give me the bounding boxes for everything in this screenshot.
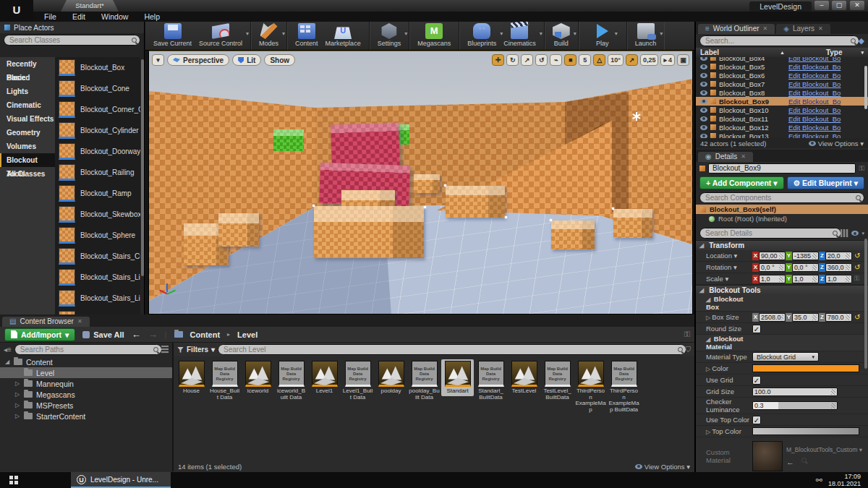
search-classes-input[interactable] xyxy=(4,35,140,46)
menu-window[interactable]: Window xyxy=(95,12,135,21)
eye-icon[interactable] xyxy=(700,73,707,78)
blueprints-button[interactable]: Blueprints▾ xyxy=(464,22,500,50)
menu-help[interactable]: Help xyxy=(137,12,166,21)
maximize-button[interactable]: ▢ xyxy=(832,1,846,10)
location-z-field[interactable]: 20,0 xyxy=(825,252,852,260)
grid-snap-button[interactable]: ■ xyxy=(564,54,576,66)
list-item[interactable]: Blockout_Stairs_Curv xyxy=(55,246,140,267)
list-item[interactable]: Blockout_Railing xyxy=(55,162,140,183)
forward-arrow-icon[interactable]: → xyxy=(148,329,158,340)
eye-icon[interactable] xyxy=(700,125,707,130)
chevron-down-icon[interactable]: ▾ xyxy=(574,30,576,37)
outliner-row[interactable]: Blockout_Box9 Edit Blockout_Bo xyxy=(696,97,868,106)
scale-x-field[interactable]: 1,0 xyxy=(759,275,786,283)
place-actors-scrollbar[interactable] xyxy=(141,59,144,276)
category-item[interactable]: Visual Effects xyxy=(0,112,55,126)
property-matrix-icon[interactable] xyxy=(841,229,848,237)
megascans-button[interactable]: MMegascans xyxy=(414,22,454,50)
outliner-row[interactable]: Blockout_Box10 Edit Blockout_Bo xyxy=(696,106,868,114)
box-size-z-field[interactable]: 780.0 xyxy=(825,313,852,322)
content-item[interactable]: Map Build Data Registry ThirdPerson Exam… xyxy=(608,359,640,414)
reset-box-size-icon[interactable]: ↺ xyxy=(854,313,860,321)
lock-icon[interactable]: ⚿ xyxy=(684,330,690,339)
tree-folder-item[interactable]: ▷ Mannequin xyxy=(0,378,172,389)
angle-snap-button[interactable]: △ xyxy=(593,54,605,66)
tab-world-outliner[interactable]: ≡World Outliner✕ xyxy=(698,24,775,34)
outliner-view-options[interactable]: View Options ▾ xyxy=(809,140,864,147)
reset-location-icon[interactable]: ↺ xyxy=(854,252,860,260)
box-size-y-field[interactable]: 35.0 xyxy=(792,313,819,322)
expand-arrow-icon[interactable]: ▷ xyxy=(14,391,20,398)
outliner-row[interactable]: Blockout_Box6 Edit Blockout_Bo xyxy=(696,71,868,80)
component-self-row[interactable]: Blockout_Box9(self) xyxy=(696,205,868,214)
scene-green-box[interactable] xyxy=(273,129,304,151)
chevron-down-icon[interactable]: ▾ xyxy=(404,30,407,37)
eye-icon[interactable] xyxy=(700,116,707,121)
save-search-icon[interactable]: ⛉ xyxy=(686,346,692,354)
menu-file[interactable]: File xyxy=(38,12,63,21)
tree-folder-item[interactable]: ▷ Megascans xyxy=(0,389,172,400)
outliner-row[interactable]: Blockout_Box7 Edit Blockout_Bo xyxy=(696,80,868,88)
scale-label[interactable]: Scale ▾ xyxy=(696,275,752,283)
edit-blueprint-button[interactable]: ⚙ Edit Blueprint ▾ xyxy=(787,176,864,189)
edit-blueprint-link[interactable]: Edit Blockout_Bo xyxy=(788,80,851,88)
scale-snap-button[interactable]: ↗ xyxy=(626,54,638,66)
edit-blueprint-link[interactable]: Edit Blockout_Bo xyxy=(788,115,851,123)
start-button[interactable] xyxy=(0,472,27,488)
scene-orange-box[interactable] xyxy=(446,186,505,218)
use-top-color-checkbox[interactable]: ✓ xyxy=(752,416,761,424)
eye-icon[interactable] xyxy=(700,57,707,61)
outliner-row[interactable]: Blockout_Box5 Edit Blockout_Bo xyxy=(696,62,868,71)
lit-button[interactable]: Lit xyxy=(232,54,261,66)
location-y-field[interactable]: -1385 xyxy=(792,252,819,260)
color-label[interactable]: ▷Color xyxy=(696,364,752,372)
scale-tool-button[interactable]: ↗ xyxy=(521,54,533,66)
outliner-row[interactable]: Blockout_Box11 Edit Blockout_Bo xyxy=(696,114,868,123)
eye-icon[interactable] xyxy=(700,64,707,69)
content-item[interactable]: Map Build Data Registry iceworld xyxy=(242,359,274,396)
list-item[interactable]: Blockout_Stairs_Linea xyxy=(55,267,140,288)
menu-edit[interactable]: Edit xyxy=(66,12,92,21)
content-item[interactable]: Map Build Data Registry Standart xyxy=(441,359,474,396)
box-size-x-field[interactable]: 2508.0 xyxy=(759,313,786,322)
actor-name-field[interactable]: Blockout_Box9 xyxy=(708,163,856,174)
outliner-row[interactable]: Blockout_Box12 Edit Blockout_Bo xyxy=(696,123,868,132)
content-item[interactable]: Map Build Data Registry iceworld_Built D… xyxy=(275,359,307,402)
scale-snap-value[interactable]: 0,25 xyxy=(640,54,659,66)
tab-content-browser[interactable]: ▤Content Browser✕ xyxy=(2,317,90,327)
search-components-input[interactable] xyxy=(699,192,864,203)
content-item[interactable]: Map Build Data Registry Level1_Built Dat… xyxy=(341,359,374,402)
component-root-row[interactable]: Root (Root) (Inherited) xyxy=(696,214,868,223)
edit-blueprint-link[interactable]: Edit Blockout_Bo xyxy=(788,89,851,97)
checker-luminance-field[interactable]: 0.3 xyxy=(752,401,838,410)
chevron-down-icon[interactable]: ▾ xyxy=(660,30,663,37)
expand-arrow-icon[interactable]: ◢ xyxy=(4,359,10,365)
filters-button[interactable]: Filters ▾ xyxy=(177,346,215,354)
expand-arrow-icon[interactable]: ▷ xyxy=(14,402,20,408)
grid-snap-value[interactable]: 5 xyxy=(579,54,591,66)
content-item[interactable]: Map Build Data Registry House_Built Data xyxy=(208,359,241,402)
content-item[interactable]: Map Build Data Registry Level1 xyxy=(308,359,341,396)
clock[interactable]: 17:09 18.01.2021 xyxy=(828,473,861,487)
edit-blueprint-link[interactable]: Edit Blockout_Bo xyxy=(788,106,851,114)
actor-pivot-marker[interactable] xyxy=(632,112,641,121)
list-item[interactable]: Blockout_Cone xyxy=(55,78,140,99)
tree-folder-item[interactable]: ◢ Content xyxy=(0,356,172,367)
search-assets-input[interactable] xyxy=(218,344,686,355)
display-filter-icon[interactable] xyxy=(851,231,859,236)
category-item[interactable]: Geometry xyxy=(0,126,55,140)
search-details-input[interactable] xyxy=(699,228,841,239)
scene-orange-box[interactable] xyxy=(414,174,440,193)
list-item[interactable]: Blockout_Stairs_Linea xyxy=(55,288,140,309)
content-item[interactable]: Map Build Data Registry poolday xyxy=(375,359,407,396)
scale-lock-icon[interactable]: ⚿ xyxy=(854,275,859,283)
reset-rotation-icon[interactable]: ↺ xyxy=(854,263,860,271)
list-view-icon[interactable] xyxy=(161,346,169,354)
scene-orange-box[interactable] xyxy=(551,221,595,249)
surface-snap-button[interactable]: ⌁ xyxy=(550,54,562,66)
category-item[interactable]: Lights xyxy=(0,85,55,98)
eye-icon[interactable] xyxy=(700,90,707,95)
category-item[interactable]: Cinematic xyxy=(0,98,55,112)
edit-blueprint-link[interactable]: Edit Blockout_Bo xyxy=(788,132,851,139)
edit-blueprint-link[interactable]: Edit Blockout_Bo xyxy=(788,63,851,71)
